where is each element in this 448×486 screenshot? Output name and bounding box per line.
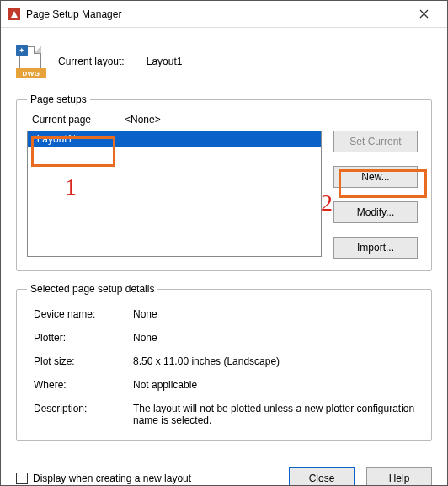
titlebar: Page Setup Manager: [1, 1, 447, 28]
modify-button[interactable]: Modify...: [333, 201, 418, 223]
device-name-value: None: [133, 308, 418, 320]
where-label: Where:: [34, 379, 133, 391]
display-on-new-layout-checkbox[interactable]: Display when creating a new layout: [16, 473, 191, 484]
dwg-icon: ✦ DWG: [16, 45, 48, 78]
where-value: Not applicable: [133, 379, 418, 391]
details-legend: Selected page setup details: [27, 283, 157, 295]
page-setups-listbox[interactable]: *Layout1*: [27, 131, 322, 257]
checkbox-box[interactable]: [16, 473, 28, 484]
current-layout-row: ✦ DWG Current layout: Layout1: [16, 45, 432, 78]
page-setups-legend: Page setups: [27, 93, 90, 105]
display-on-new-layout-label: Display when creating a new layout: [33, 473, 191, 484]
current-page-label: Current page: [32, 114, 125, 126]
plot-size-value: 8.50 x 11.00 inches (Landscape): [133, 355, 418, 367]
device-name-label: Device name:: [34, 308, 133, 320]
current-layout-label: Current layout:: [58, 56, 125, 67]
plotter-value: None: [133, 332, 418, 344]
plot-size-label: Plot size:: [34, 355, 133, 367]
current-layout-value: Layout1: [147, 56, 183, 67]
description-label: Description:: [34, 403, 133, 426]
page-setups-group: Page setups Current page <None> *Layout1…: [16, 93, 432, 271]
new-button[interactable]: New...: [333, 166, 418, 188]
set-current-button: Set Current: [333, 131, 418, 152]
details-group: Selected page setup details Device name:…: [16, 283, 432, 441]
close-icon[interactable]: [407, 1, 440, 28]
description-value: The layout will not be plotted unless a …: [133, 403, 418, 426]
current-page-value: <None>: [125, 114, 161, 126]
app-icon: [8, 8, 21, 21]
help-button[interactable]: Help: [366, 467, 432, 486]
list-item[interactable]: *Layout1*: [28, 131, 321, 147]
close-button[interactable]: Close: [289, 467, 355, 486]
window-title: Page Setup Manager: [26, 8, 121, 20]
import-button[interactable]: Import...: [333, 237, 418, 259]
plotter-label: Plotter:: [34, 332, 133, 344]
